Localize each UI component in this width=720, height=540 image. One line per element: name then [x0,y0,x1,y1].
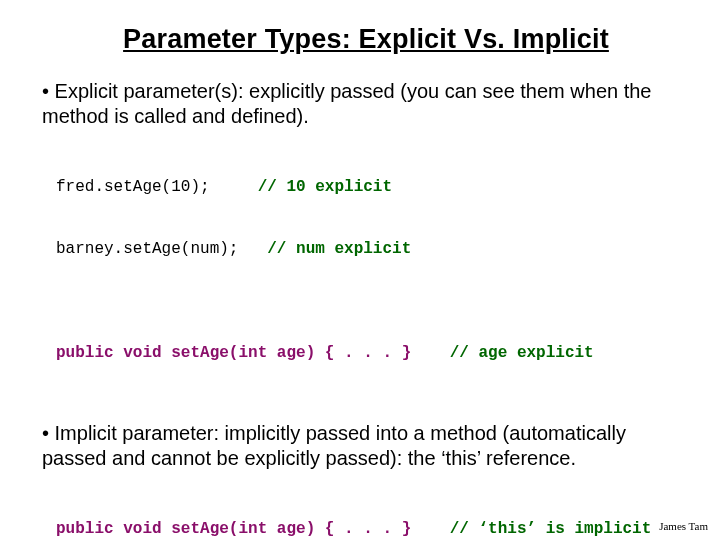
bullet-implicit-text: Implicit parameter: implicitly passed in… [42,421,684,471]
code-comment: // ‘this’ is implicit [450,520,652,538]
presentation-slide: Parameter Types: Explicit Vs. Implicit E… [0,0,720,540]
bullet-explicit-text: Explicit parameter(s): explicitly passed… [42,79,684,129]
code-line: public void setAge(int age) { . . . } //… [56,519,684,540]
code-line: barney.setAge(num); // num explicit [56,239,684,260]
code-signature: public void setAge(int age) { . . . } [56,344,450,362]
code-comment: // 10 explicit [258,178,392,196]
bullet-explicit: Explicit parameter(s): explicitly passed… [48,79,684,405]
code-comment: // age explicit [450,344,594,362]
code-signature: public void setAge(int age) { . . . } [56,520,450,538]
code-line: public void setAge(int age) { . . . } //… [56,343,684,364]
bullet-implicit: Implicit parameter: implicitly passed in… [48,421,684,540]
slide-title: Parameter Types: Explicit Vs. Implicit [48,24,684,55]
code-comment: // num explicit [267,240,411,258]
code-text: fred.setAge(10); [56,178,258,196]
author-footer: James Tam [659,520,708,532]
code-explicit: fred.setAge(10); // 10 explicit barney.s… [56,135,684,405]
code-line: fred.setAge(10); // 10 explicit [56,177,684,198]
code-text: barney.setAge(num); [56,240,267,258]
code-implicit: public void setAge(int age) { . . . } //… [56,477,684,540]
